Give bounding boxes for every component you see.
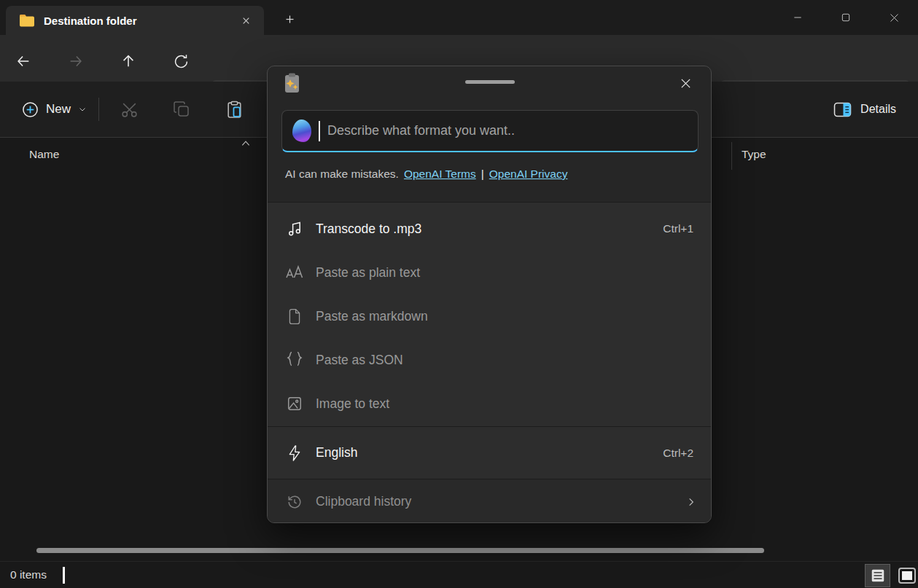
items-count: 0 items <box>10 568 47 581</box>
details-button-label: Details <box>860 103 896 116</box>
action-transcode-to-mp3[interactable]: Transcode to .mp3 Ctrl+1 <box>268 207 712 251</box>
close-button[interactable] <box>870 0 918 35</box>
copy-button[interactable] <box>171 99 192 119</box>
input-caret <box>319 121 320 141</box>
chevron-down-icon <box>78 105 87 114</box>
forward-button[interactable] <box>62 48 90 74</box>
dialog-close-icon[interactable] <box>674 73 696 93</box>
action-label: Transcode to .mp3 <box>316 222 651 237</box>
folder-icon <box>19 14 35 27</box>
tab-close-icon[interactable] <box>236 11 255 30</box>
braces-icon <box>285 351 304 369</box>
new-tab-button[interactable] <box>280 9 299 28</box>
back-button[interactable] <box>9 48 37 74</box>
ai-icon <box>292 119 311 142</box>
openai-terms-link[interactable]: OpenAI Terms <box>404 168 476 181</box>
details-button[interactable]: Details <box>828 94 902 125</box>
column-divider[interactable] <box>731 142 732 170</box>
paste-button[interactable] <box>224 99 244 119</box>
new-button-label: New <box>46 102 71 117</box>
ai-prompt-input[interactable] <box>327 123 688 138</box>
image-icon <box>285 396 304 412</box>
maximize-button[interactable] <box>822 0 870 35</box>
clipboard-history-label: Clipboard history <box>316 494 674 509</box>
drag-handle[interactable] <box>465 80 515 84</box>
music-note-icon <box>285 221 304 238</box>
paste-actions-list: Transcode to .mp3 Ctrl+1 Paste as plain … <box>268 202 712 426</box>
text-aa-icon <box>285 265 304 280</box>
disclaimer-text: AI can make mistakes. <box>285 168 399 181</box>
action-label: Image to text <box>316 396 693 412</box>
openai-privacy-link[interactable]: OpenAI Privacy <box>489 168 568 181</box>
column-header-type[interactable]: Type <box>742 148 766 161</box>
action-paste-json[interactable]: Paste as JSON <box>268 338 712 382</box>
action-paste-markdown[interactable]: Paste as markdown <box>268 294 712 338</box>
action-image-to-text[interactable]: Image to text <box>268 382 712 426</box>
column-header-name[interactable]: Name <box>29 148 59 161</box>
up-button[interactable] <box>114 48 142 74</box>
link-separator: | <box>481 168 484 181</box>
lightning-icon <box>285 444 304 462</box>
action-label: English <box>316 445 651 460</box>
status-bar: 0 items <box>0 561 918 588</box>
advanced-paste-dialog: AI can make mistakes. OpenAI Terms | Ope… <box>267 66 712 523</box>
toolbar-divider <box>98 98 99 121</box>
plus-circle-icon <box>22 101 39 118</box>
minimize-button[interactable] <box>774 0 822 35</box>
action-label: Paste as plain text <box>316 265 693 281</box>
details-pane-icon <box>833 102 852 117</box>
large-icons-view-button[interactable] <box>895 565 918 586</box>
clipboard-history-row[interactable]: Clipboard history <box>268 479 712 523</box>
new-button[interactable]: New <box>13 94 96 125</box>
tab-title: Destination folder <box>44 15 236 27</box>
ai-disclaimer: AI can make mistakes. OpenAI Terms | Ope… <box>285 168 567 181</box>
action-english[interactable]: English Ctrl+2 <box>268 426 712 479</box>
horizontal-scrollbar[interactable] <box>36 548 764 553</box>
details-view-button[interactable] <box>865 564 890 587</box>
action-paste-plain-text[interactable]: Paste as plain text <box>268 251 712 294</box>
text-cursor <box>63 567 65 584</box>
window-controls <box>774 0 918 35</box>
refresh-button[interactable] <box>167 48 195 74</box>
explorer-tab[interactable]: Destination folder <box>6 6 264 35</box>
action-shortcut: Ctrl+1 <box>663 222 693 235</box>
action-shortcut: Ctrl+2 <box>663 447 693 460</box>
document-icon <box>285 308 304 325</box>
chevron-right-icon <box>686 496 696 508</box>
history-icon <box>285 494 304 510</box>
cut-button[interactable] <box>119 99 139 119</box>
ai-prompt-field[interactable] <box>281 110 699 152</box>
titlebar: Destination folder <box>0 0 918 35</box>
action-label: Paste as markdown <box>316 309 693 324</box>
advanced-paste-app-icon <box>284 73 300 94</box>
sort-ascending-icon[interactable] <box>241 140 251 146</box>
action-label: Paste as JSON <box>316 353 693 368</box>
